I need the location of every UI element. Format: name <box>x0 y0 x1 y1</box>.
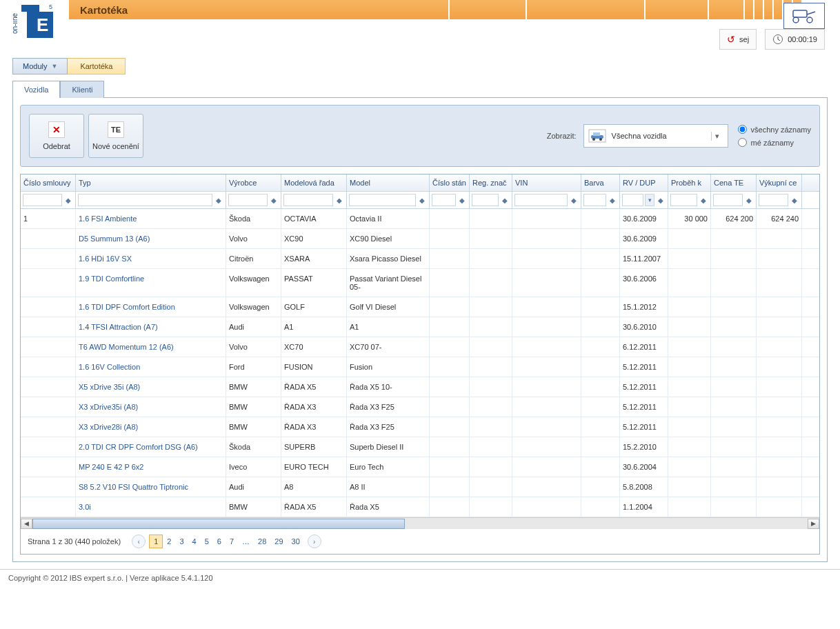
table-row[interactable]: 1.4 TFSI Attraction (A7)AudiA1A130.6.201… <box>21 317 819 337</box>
filter-cislo-smlouvy[interactable] <box>23 194 62 206</box>
pager-page[interactable]: 3 <box>175 535 188 548</box>
filter-rv[interactable] <box>622 194 643 206</box>
odebrat-button[interactable]: ✕ Odebrat <box>29 114 84 158</box>
filter-probeh[interactable] <box>670 194 697 206</box>
col-barva[interactable]: Barva <box>581 174 620 191</box>
pager-page[interactable]: 30 <box>288 535 304 548</box>
table-row[interactable]: 1.6 16V CollectionFordFUSIONFusion5.12.2… <box>21 357 819 377</box>
col-modelova-rada[interactable]: Modelová řada <box>281 174 347 191</box>
pager-page[interactable]: 7 <box>226 535 238 548</box>
table-row[interactable]: 1.9 TDI ComfortlineVolkswagenPASSATPassa… <box>21 269 819 297</box>
table-row[interactable]: X3 xDrive28i (A8)BMWŘADA X3Řada X3 F255.… <box>21 417 819 437</box>
table-row[interactable]: 2.0 TDI CR DPF Comfort DSG (A6)ŠkodaSUPE… <box>21 437 819 457</box>
date-dropdown-icon[interactable]: ▾ <box>645 194 654 206</box>
pager-prev[interactable]: ‹ <box>132 535 146 548</box>
moduly-menu[interactable]: Moduly ▼ <box>12 58 68 74</box>
cell-typ[interactable]: T6 AWD Momentum 12 (A6) <box>76 337 226 357</box>
cell-typ[interactable]: 1.9 TDI Comfortline <box>76 269 226 297</box>
col-cena-te[interactable]: Cena TE <box>711 174 757 191</box>
pager-next[interactable]: › <box>308 535 321 548</box>
cell-typ[interactable]: X3 xDrive35i (A8) <box>76 397 226 417</box>
filter-vin[interactable] <box>514 194 568 206</box>
col-vin[interactable]: VIN <box>512 174 581 191</box>
cell-typ[interactable]: X3 xDrive28i (A8) <box>76 417 226 437</box>
radio-all-input[interactable] <box>738 125 747 134</box>
filter-icon[interactable]: ◆ <box>744 197 754 204</box>
cell-typ[interactable]: 2.0 TDI CR DPF Comfort DSG (A6) <box>76 437 226 457</box>
table-row[interactable]: 3.0iBMWŘADA X5Řada X51.1.2004 <box>21 497 819 517</box>
cell-typ[interactable]: 1.4 TFSI Attraction (A7) <box>76 317 226 337</box>
filter-icon[interactable]: ◆ <box>214 197 223 204</box>
radio-my-input[interactable] <box>738 138 747 147</box>
filter-icon[interactable]: ◆ <box>334 197 344 204</box>
col-vykupni[interactable]: Výkupní ce <box>757 174 802 191</box>
filter-icon[interactable]: ◆ <box>457 197 467 204</box>
col-vyrobce[interactable]: Výrobce <box>226 174 281 191</box>
table-row[interactable]: MP 240 E 42 P 6x2IvecoEURO TECHEuro Tech… <box>21 457 819 477</box>
col-cislo-stan[interactable]: Číslo stán <box>430 174 470 191</box>
pager-page[interactable]: 4 <box>188 535 201 548</box>
cell-typ[interactable]: 1.6 16V Collection <box>76 357 226 377</box>
filter-model[interactable] <box>349 194 416 206</box>
table-row[interactable]: S8 5.2 V10 FSI Quattro TiptronicAudiA8A8… <box>21 477 819 497</box>
filter-icon[interactable]: ◆ <box>608 197 617 204</box>
scroll-thumb[interactable] <box>32 519 405 529</box>
filter-icon[interactable]: ◆ <box>500 197 510 204</box>
filter-vykup[interactable] <box>759 194 788 206</box>
pager-page[interactable]: 2 <box>163 535 175 548</box>
user-badge[interactable]: ↺ sej <box>719 29 757 50</box>
tab-vozidla[interactable]: Vozidla <box>12 81 60 98</box>
filter-icon[interactable]: ◆ <box>63 197 73 204</box>
col-cislo-smlouvy[interactable]: Číslo smlouvy <box>21 174 76 191</box>
filter-cena[interactable] <box>713 194 743 206</box>
col-typ[interactable]: Typ <box>76 174 226 191</box>
nove-oceneni-button[interactable]: TE Nové ocenění <box>88 114 143 158</box>
table-row[interactable]: D5 Summum 13 (A6)VolvoXC90XC90 Diesel30.… <box>21 229 819 249</box>
table-row[interactable]: 1.6 HDi 16V SXCitroënXSARAXsara Picasso … <box>21 249 819 269</box>
filter-stan[interactable] <box>432 194 456 206</box>
table-row[interactable]: 1.6 TDI DPF Comfort EditionVolkswagenGOL… <box>21 297 819 317</box>
filter-icon[interactable]: ◆ <box>699 197 708 204</box>
filter-vyrobce[interactable] <box>228 194 268 206</box>
filter-icon[interactable]: ◆ <box>417 197 427 204</box>
pager-page[interactable]: 1 <box>149 535 163 548</box>
cell-typ[interactable]: 1.6 FSI Ambiente <box>76 209 226 228</box>
filter-icon[interactable]: ◆ <box>269 197 279 204</box>
cell-typ[interactable]: X5 xDrive 35i (A8) <box>76 377 226 397</box>
filter-icon[interactable]: ◆ <box>656 197 666 204</box>
filter-reg[interactable] <box>472 194 499 206</box>
scroll-right-icon[interactable]: ▶ <box>808 519 819 529</box>
col-rv-dup[interactable]: RV / DUP <box>620 174 668 191</box>
col-probeh[interactable]: Proběh k <box>668 174 711 191</box>
filter-barva[interactable] <box>583 194 606 206</box>
cell-typ[interactable]: 1.6 HDi 16V SX <box>76 249 226 268</box>
col-model[interactable]: Model <box>347 174 430 191</box>
table-row[interactable]: T6 AWD Momentum 12 (A6)VolvoXC70XC70 07-… <box>21 337 819 357</box>
radio-my-records[interactable]: mé záznamy <box>738 138 811 147</box>
radio-all-records[interactable]: všechny záznamy <box>738 125 811 134</box>
cell-typ[interactable]: D5 Summum 13 (A6) <box>76 229 226 248</box>
scroll-left-icon[interactable]: ◀ <box>21 519 32 529</box>
vehicle-filter-combo[interactable]: Všechna vozidla ▾ <box>583 124 728 148</box>
horizontal-scrollbar[interactable]: ◀ ▶ <box>21 517 819 529</box>
pager-page[interactable]: 6 <box>213 535 226 548</box>
chevron-down-icon[interactable]: ▾ <box>711 132 723 141</box>
filter-rada[interactable] <box>283 194 333 206</box>
pager-page[interactable]: 28 <box>254 535 270 548</box>
table-row[interactable]: X3 xDrive35i (A8)BMWŘADA X3Řada X3 F255.… <box>21 397 819 417</box>
cell-typ[interactable]: S8 5.2 V10 FSI Quattro Tiptronic <box>76 477 226 497</box>
cell-typ[interactable]: 1.6 TDI DPF Comfort Edition <box>76 297 226 317</box>
filter-typ[interactable] <box>78 194 212 206</box>
filter-icon[interactable]: ◆ <box>790 197 799 204</box>
pager-page[interactable]: 5 <box>201 535 213 548</box>
table-row[interactable]: 11.6 FSI AmbienteŠkodaOCTAVIAOctavia II3… <box>21 209 819 229</box>
cell-rada: FUSION <box>281 357 347 377</box>
breadcrumb[interactable]: Kartotéka <box>68 58 126 74</box>
pager-page[interactable]: 29 <box>270 535 287 548</box>
cell-typ[interactable]: 3.0i <box>76 497 226 517</box>
table-row[interactable]: X5 xDrive 35i (A8)BMWŘADA X5Řada X5 10-5… <box>21 377 819 397</box>
col-reg-znac[interactable]: Reg. znač <box>470 174 512 191</box>
tab-klienti[interactable]: Klienti <box>60 81 104 98</box>
cell-typ[interactable]: MP 240 E 42 P 6x2 <box>76 457 226 477</box>
filter-icon[interactable]: ◆ <box>569 197 579 204</box>
